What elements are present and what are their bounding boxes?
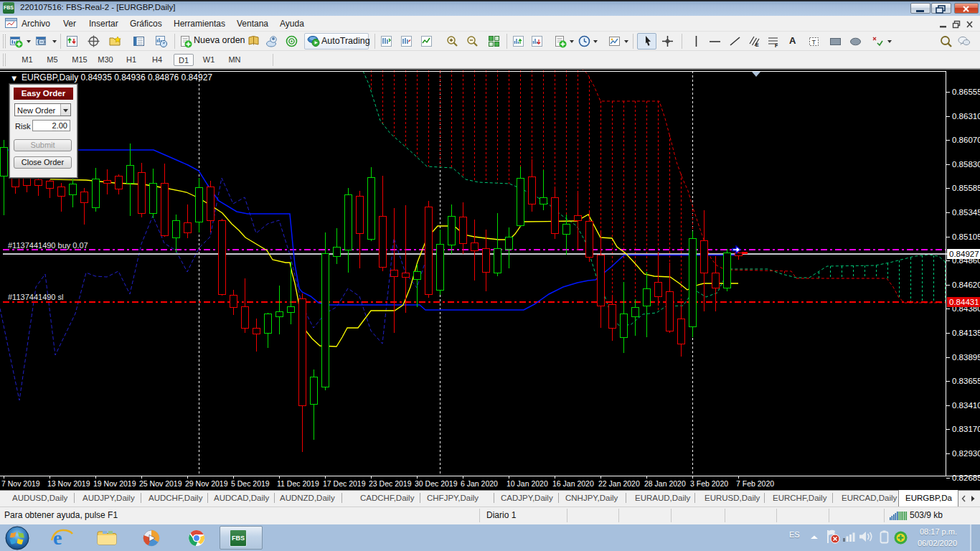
svg-text:13 Nov 2019: 13 Nov 2019 xyxy=(47,479,90,488)
svg-text:0.84620: 0.84620 xyxy=(952,281,980,289)
svg-text:5 Dec 2019: 5 Dec 2019 xyxy=(231,479,270,488)
svg-text:0.85105: 0.85105 xyxy=(952,232,980,241)
svg-text:0.83895: 0.83895 xyxy=(952,353,980,362)
svg-text:#1137441490 sl: #1137441490 sl xyxy=(8,293,63,301)
svg-text:0.85830: 0.85830 xyxy=(952,160,980,169)
svg-text:0.86310: 0.86310 xyxy=(952,112,980,121)
svg-text:19 Nov 2019: 19 Nov 2019 xyxy=(93,479,136,488)
svg-text:0.83655: 0.83655 xyxy=(952,377,980,385)
svg-text:0.84431: 0.84431 xyxy=(949,298,979,306)
svg-text:0.82685: 0.82685 xyxy=(952,474,980,482)
svg-text:E: E xyxy=(755,42,759,47)
svg-text:3 Feb 2020: 3 Feb 2020 xyxy=(690,479,728,488)
svg-text:10 Jan 2020: 10 Jan 2020 xyxy=(507,479,548,488)
svg-text:28 Jan 2020: 28 Jan 2020 xyxy=(644,479,686,488)
svg-text:0.85345: 0.85345 xyxy=(952,208,980,217)
svg-text:0.83410: 0.83410 xyxy=(952,401,980,410)
svg-text:0.84927: 0.84927 xyxy=(949,250,979,258)
svg-text:16 Jan 2020: 16 Jan 2020 xyxy=(552,479,594,488)
svg-text:0.85585: 0.85585 xyxy=(952,184,980,192)
svg-text:11 Dec 2019: 11 Dec 2019 xyxy=(277,479,319,488)
svg-text:0.86555: 0.86555 xyxy=(952,88,980,96)
svg-text:7 Feb 2020: 7 Feb 2020 xyxy=(736,479,774,488)
svg-text:25 Nov 2019: 25 Nov 2019 xyxy=(139,479,182,488)
svg-text:29 Nov 2019: 29 Nov 2019 xyxy=(185,479,228,488)
svg-text:6 Jan 2020: 6 Jan 2020 xyxy=(461,479,498,488)
svg-text:T: T xyxy=(812,39,816,46)
svg-text:30 Dec 2019: 30 Dec 2019 xyxy=(415,479,458,488)
svg-text:0.86070: 0.86070 xyxy=(952,136,980,144)
svg-text:0.82930: 0.82930 xyxy=(952,449,980,458)
svg-text:EURGBP,Daily 0.84935 0.84936: EURGBP,Daily 0.84935 0.84936 0.84876 0.8… xyxy=(22,72,212,83)
svg-text:23 Dec 2019: 23 Dec 2019 xyxy=(369,479,412,488)
svg-text:▼: ▼ xyxy=(10,74,18,83)
svg-text:0.84135: 0.84135 xyxy=(952,329,980,337)
svg-text:F: F xyxy=(775,43,778,48)
svg-text:7 Nov 2019: 7 Nov 2019 xyxy=(1,479,40,488)
svg-text:0.83170: 0.83170 xyxy=(952,425,980,433)
svg-text:17 Dec 2019: 17 Dec 2019 xyxy=(323,479,366,488)
svg-text:#1137441490 buy 0.07: #1137441490 buy 0.07 xyxy=(8,241,88,250)
svg-text:22 Jan 2020: 22 Jan 2020 xyxy=(598,479,640,488)
